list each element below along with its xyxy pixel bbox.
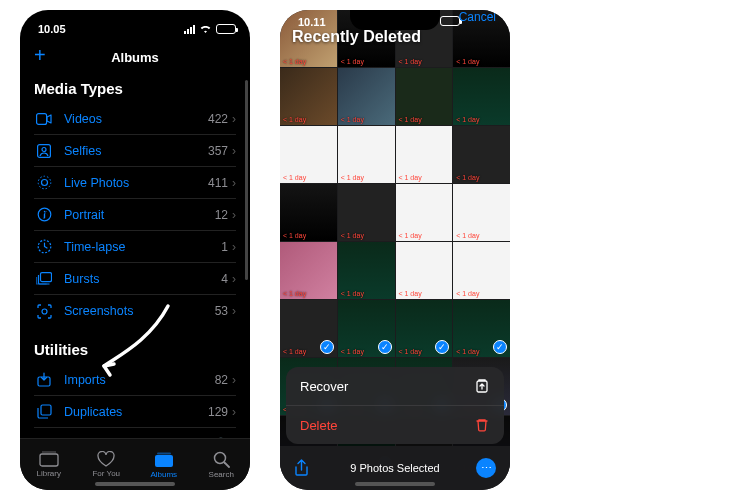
home-indicator[interactable] — [355, 482, 435, 486]
share-button[interactable] — [294, 459, 309, 477]
lock-icon: 🔒 — [214, 437, 228, 438]
thumbnail[interactable]: < 1 day — [453, 242, 510, 299]
thumbnail[interactable]: < 1 day — [396, 68, 453, 125]
row-count: 129 — [208, 405, 228, 419]
status-time: 10.11 — [298, 16, 326, 28]
notch — [90, 10, 180, 30]
row-time-lapse[interactable]: Time-lapse1› — [34, 231, 236, 263]
thumbnail[interactable]: < 1 day — [280, 126, 337, 183]
row-label: Screenshots — [64, 304, 215, 318]
chevron-right-icon: › — [232, 437, 236, 439]
thumbnail[interactable]: < 1 day — [338, 184, 395, 241]
thumbnail[interactable]: < 1 day — [453, 184, 510, 241]
library-tab-icon — [39, 451, 59, 467]
row-bursts[interactable]: Bursts4› — [34, 263, 236, 295]
svg-point-4 — [38, 176, 51, 189]
row-portrait[interactable]: fPortrait12› — [34, 199, 236, 231]
duplicate-icon — [34, 404, 54, 419]
tab-label: For You — [92, 469, 120, 478]
row-label: Videos — [64, 112, 208, 126]
row-imports[interactable]: Imports82› — [34, 364, 236, 396]
deleted-grid[interactable]: 10.11 Cancel Recently Deleted < 1 day< 1… — [280, 10, 510, 490]
scrollbar[interactable] — [245, 80, 248, 280]
section-media-types: Media Types — [34, 80, 236, 97]
chevron-right-icon: › — [232, 112, 236, 126]
expiry-caption: < 1 day — [399, 174, 422, 181]
chevron-right-icon: › — [232, 144, 236, 158]
albums-scroll[interactable]: Media Types Videos422›Selfies357›Live Ph… — [20, 72, 250, 438]
expiry-caption: < 1 day — [283, 290, 306, 297]
status-time: 10.05 — [38, 23, 66, 35]
row-screenshots[interactable]: Screenshots53› — [34, 295, 236, 327]
row-count: 357 — [208, 144, 228, 158]
row-live-photos[interactable]: Live Photos411› — [34, 167, 236, 199]
thumbnail[interactable]: < 1 day✓ — [396, 300, 453, 357]
row-label: Duplicates — [64, 405, 208, 419]
row-hidden[interactable]: Hidden🔒› — [34, 428, 236, 438]
foryou-tab-icon — [97, 451, 115, 467]
expiry-caption: < 1 day — [341, 232, 364, 239]
selected-check-icon: ✓ — [378, 340, 392, 354]
selfie-icon — [34, 144, 54, 158]
signal-icon — [184, 25, 195, 34]
expiry-caption: < 1 day — [399, 116, 422, 123]
thumbnail[interactable]: < 1 day — [280, 68, 337, 125]
screenshot-icon — [34, 304, 54, 319]
search-tab-icon — [213, 451, 230, 468]
thumbnail[interactable]: < 1 day — [396, 126, 453, 183]
thumbnail[interactable]: < 1 day✓ — [453, 300, 510, 357]
expiry-caption: < 1 day — [399, 348, 422, 355]
recover-icon — [474, 378, 490, 394]
thumbnail[interactable]: < 1 day — [338, 126, 395, 183]
tab-label: Search — [209, 470, 234, 479]
nav-title: Albums — [111, 50, 159, 65]
svg-rect-14 — [40, 454, 58, 466]
section-utilities: Utilities — [34, 341, 236, 358]
row-count: 411 — [208, 176, 228, 190]
row-label: Hidden — [64, 437, 214, 439]
expiry-caption: < 1 day — [456, 232, 479, 239]
expiry-caption: < 1 day — [341, 116, 364, 123]
selected-check-icon: ✓ — [435, 340, 449, 354]
tab-label: Library — [37, 469, 61, 478]
tab-search[interactable]: Search — [193, 439, 251, 490]
row-selfies[interactable]: Selfies357› — [34, 135, 236, 167]
cancel-button[interactable]: Cancel — [459, 10, 496, 24]
row-duplicates[interactable]: Duplicates129› — [34, 396, 236, 428]
chevron-right-icon: › — [232, 304, 236, 318]
chevron-right-icon: › — [232, 240, 236, 254]
thumbnail[interactable]: < 1 day✓ — [338, 300, 395, 357]
thumbnail[interactable]: < 1 day — [453, 68, 510, 125]
chevron-right-icon: › — [232, 373, 236, 387]
page-title: Recently Deleted — [292, 28, 421, 46]
chevron-right-icon: › — [232, 272, 236, 286]
svg-point-2 — [42, 147, 46, 151]
expiry-caption: < 1 day — [341, 290, 364, 297]
thumbnail[interactable]: < 1 day — [280, 242, 337, 299]
thumbnail[interactable]: < 1 day — [453, 126, 510, 183]
expiry-caption: < 1 day — [341, 58, 364, 65]
svg-point-3 — [41, 180, 47, 186]
recover-label: Recover — [300, 379, 348, 394]
thumbnail[interactable]: < 1 day — [338, 242, 395, 299]
home-indicator[interactable] — [95, 482, 175, 486]
thumbnail[interactable]: < 1 day — [396, 184, 453, 241]
tab-library[interactable]: Library — [20, 439, 78, 490]
delete-option[interactable]: Delete — [286, 405, 504, 444]
row-count: 82 — [215, 373, 228, 387]
selected-check-icon: ✓ — [493, 340, 507, 354]
row-videos[interactable]: Videos422› — [34, 103, 236, 135]
expiry-caption: < 1 day — [456, 290, 479, 297]
import-icon — [34, 372, 54, 387]
row-label: Bursts — [64, 272, 221, 286]
recover-option[interactable]: Recover — [286, 367, 504, 405]
thumbnail[interactable]: < 1 day✓ — [280, 300, 337, 357]
trash-icon — [474, 417, 490, 433]
add-button[interactable]: + — [34, 44, 46, 67]
expiry-caption: < 1 day — [456, 116, 479, 123]
thumbnail[interactable]: < 1 day — [396, 242, 453, 299]
thumbnail[interactable]: < 1 day — [338, 68, 395, 125]
more-button[interactable]: ⋯ — [476, 458, 496, 478]
svg-rect-0 — [37, 113, 47, 124]
thumbnail[interactable]: < 1 day — [280, 184, 337, 241]
